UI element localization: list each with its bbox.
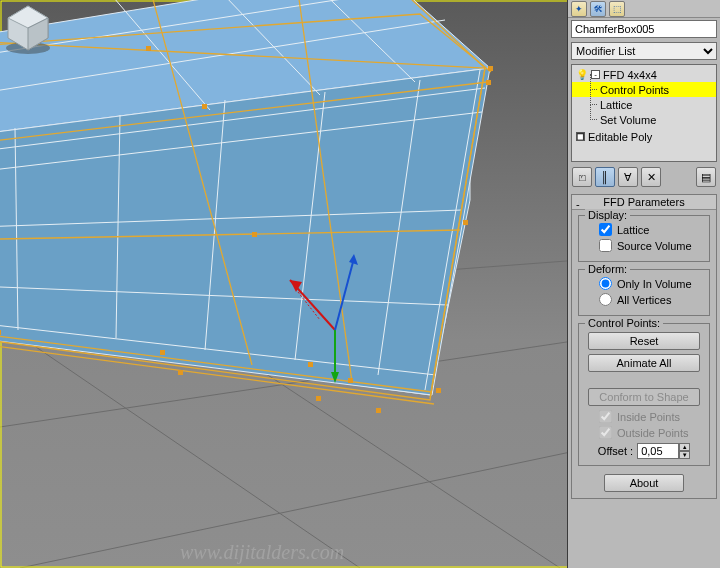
lattice-label: Lattice <box>617 224 649 236</box>
stack-set-volume[interactable]: Set Volume <box>572 112 716 127</box>
svg-rect-43 <box>376 408 381 413</box>
lightbulb-icon[interactable]: 💡 <box>576 69 588 80</box>
svg-rect-35 <box>486 80 491 85</box>
reset-button[interactable]: Reset <box>588 332 700 350</box>
viewcube[interactable] <box>0 0 56 56</box>
spinner-up-icon[interactable]: ▲ <box>679 443 690 451</box>
all-vertices-label: All Vertices <box>617 294 671 306</box>
outside-points-checkbox <box>599 426 612 439</box>
stack-control-points[interactable]: Control Points <box>572 82 716 97</box>
collapse-icon[interactable]: - <box>576 197 580 212</box>
modifier-stack[interactable]: 💡 - FFD 4x4x4 Control Points Lattice Set… <box>571 64 717 162</box>
viewport[interactable]: www.dijitalders.com <box>0 0 568 568</box>
modify-tab-icon[interactable]: 🛠 <box>590 1 606 17</box>
svg-rect-36 <box>252 232 257 237</box>
only-in-volume-radio[interactable] <box>599 277 612 290</box>
stack-lattice[interactable]: Lattice <box>572 97 716 112</box>
object-name-field[interactable] <box>571 20 717 38</box>
stack-sub-label: Set Volume <box>600 114 656 126</box>
about-button[interactable]: About <box>604 474 684 492</box>
all-vertices-radio[interactable] <box>599 293 612 306</box>
show-end-result-icon[interactable]: ║ <box>595 167 615 187</box>
svg-rect-42 <box>348 378 353 383</box>
create-tab-icon[interactable]: ✦ <box>571 1 587 17</box>
expand-icon[interactable]: - <box>591 70 600 79</box>
command-panel-tabs[interactable]: ✦ 🛠 ⬚ <box>568 0 720 18</box>
stack-ffd[interactable]: 💡 - FFD 4x4x4 <box>572 67 716 82</box>
command-panel: ✦ 🛠 ⬚ Modifier List 💡 - FFD 4x4x4 Contro… <box>568 0 720 568</box>
svg-rect-34 <box>202 104 207 109</box>
stack-editable-poly[interactable]: ◼ Editable Poly <box>572 129 716 144</box>
ffd-parameters-rollout: - FFD Parameters Display: Lattice Source… <box>571 194 717 499</box>
svg-rect-32 <box>146 46 151 51</box>
only-in-volume-label: Only In Volume <box>617 278 692 290</box>
spinner-down-icon[interactable]: ▼ <box>679 451 690 459</box>
stack-ffd-label: FFD 4x4x4 <box>603 69 657 81</box>
configure-sets-icon[interactable]: ▤ <box>696 167 716 187</box>
deform-group: Deform: Only In Volume All Vertices <box>578 269 710 316</box>
offset-spinner[interactable]: ▲▼ <box>637 443 690 459</box>
rollout-header[interactable]: - FFD Parameters <box>572 195 716 210</box>
inside-points-checkbox <box>599 410 612 423</box>
svg-rect-38 <box>308 362 313 367</box>
svg-rect-41 <box>160 350 165 355</box>
source-volume-label: Source Volume <box>617 240 692 252</box>
stack-sub-label: Lattice <box>600 99 632 111</box>
display-group: Display: Lattice Source Volume <box>578 215 710 262</box>
svg-rect-40 <box>0 330 1 335</box>
animate-all-button[interactable]: Animate All <box>588 354 700 372</box>
inside-points-label: Inside Points <box>617 411 680 423</box>
control-points-group: Control Points: Reset Animate All Confor… <box>578 323 710 466</box>
stack-sub-label: Control Points <box>600 84 669 96</box>
hierarchy-tab-icon[interactable]: ⬚ <box>609 1 625 17</box>
svg-rect-44 <box>316 396 321 401</box>
rollout-title: FFD Parameters <box>603 196 684 208</box>
stack-toolbar: ⏍ ║ ∀ ✕ ▤ <box>568 164 720 190</box>
offset-input[interactable] <box>637 443 679 459</box>
group-title: Control Points: <box>585 317 663 329</box>
lattice-checkbox[interactable] <box>599 223 612 236</box>
group-title: Display: <box>585 209 630 221</box>
group-title: Deform: <box>585 263 630 275</box>
offset-label: Offset : <box>598 445 633 457</box>
modifier-list-dropdown[interactable]: Modifier List <box>571 42 717 60</box>
source-volume-checkbox[interactable] <box>599 239 612 252</box>
pin-stack-icon[interactable]: ⏍ <box>572 167 592 187</box>
svg-rect-39 <box>436 388 441 393</box>
outside-points-label: Outside Points <box>617 427 689 439</box>
svg-rect-33 <box>488 66 493 71</box>
mesh-object <box>0 0 490 395</box>
remove-modifier-icon[interactable]: ✕ <box>641 167 661 187</box>
stack-editable-poly-label: Editable Poly <box>588 131 652 143</box>
expand-icon[interactable]: ◼ <box>576 132 585 141</box>
make-unique-icon[interactable]: ∀ <box>618 167 638 187</box>
conform-to-shape-button: Conform to Shape <box>588 388 700 406</box>
svg-rect-45 <box>178 370 183 375</box>
watermark-text: www.dijitalders.com <box>180 541 344 564</box>
svg-rect-37 <box>463 220 468 225</box>
viewport-canvas <box>0 0 568 568</box>
